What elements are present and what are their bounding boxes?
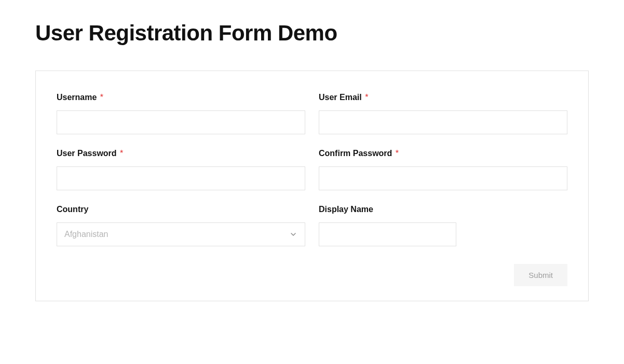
confirm-password-label-text: Confirm Password	[319, 149, 392, 158]
chevron-down-icon	[289, 230, 297, 239]
required-marker: *	[365, 93, 368, 102]
user-email-field-group: User Email *	[319, 93, 567, 134]
country-selected-value: Afghanistan	[64, 230, 108, 239]
display-name-label: Display Name	[319, 205, 567, 214]
user-password-label: User Password *	[57, 149, 305, 158]
user-password-input[interactable]	[57, 166, 305, 190]
confirm-password-label: Confirm Password *	[319, 149, 567, 158]
user-email-label: User Email *	[319, 93, 567, 102]
confirm-password-input[interactable]	[319, 166, 567, 190]
required-marker: *	[120, 149, 123, 158]
required-marker: *	[396, 149, 399, 158]
display-name-input[interactable]	[319, 222, 456, 246]
username-label-text: Username	[57, 93, 97, 102]
username-label: Username *	[57, 93, 305, 102]
country-select[interactable]: Afghanistan	[57, 222, 305, 246]
registration-form: Username * User Email * User Password * …	[35, 71, 589, 301]
country-label-text: Country	[57, 205, 88, 214]
form-actions: Submit	[57, 264, 567, 286]
page-title: User Registration Form Demo	[35, 21, 589, 46]
user-email-label-text: User Email	[319, 93, 362, 102]
user-password-label-text: User Password	[57, 149, 117, 158]
display-name-label-text: Display Name	[319, 205, 373, 214]
submit-button[interactable]: Submit	[514, 264, 567, 286]
user-email-input[interactable]	[319, 110, 567, 134]
confirm-password-field-group: Confirm Password *	[319, 149, 567, 190]
user-password-field-group: User Password *	[57, 149, 305, 190]
country-label: Country	[57, 205, 305, 214]
country-field-group: Country Afghanistan	[57, 205, 305, 246]
required-marker: *	[100, 93, 103, 102]
display-name-field-group: Display Name	[319, 205, 567, 246]
username-input[interactable]	[57, 110, 305, 134]
username-field-group: Username *	[57, 93, 305, 134]
